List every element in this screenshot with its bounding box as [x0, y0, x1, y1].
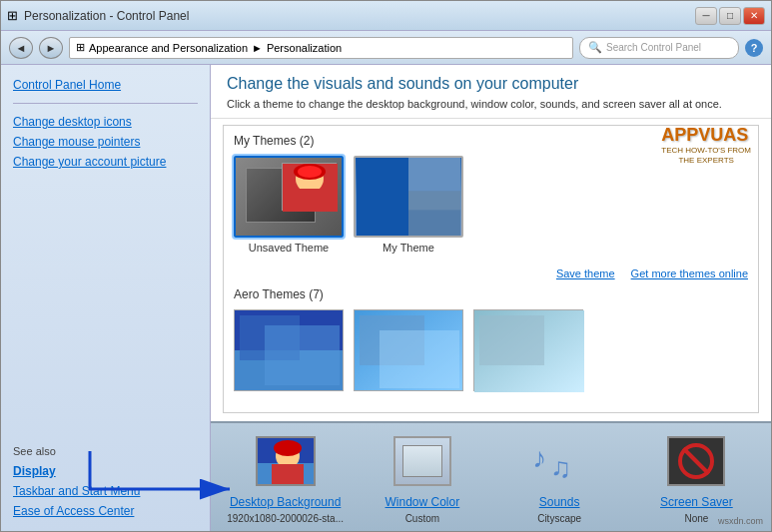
window-color-icon-container: [392, 431, 452, 491]
svg-point-4: [298, 166, 322, 178]
unsaved-img: [282, 163, 337, 211]
theme-item-unsaved[interactable]: Unsaved Theme: [234, 156, 344, 254]
themes-scroll[interactable]: My Themes (2): [224, 126, 758, 412]
title-bar-controls: ─ □ ✕: [695, 7, 765, 25]
help-button[interactable]: ?: [745, 39, 763, 57]
title-bar: ⊞ Personalization - Control Panel ─ □ ✕: [1, 1, 771, 31]
search-placeholder: Search Control Panel: [606, 42, 701, 53]
window-color-icon: [393, 436, 451, 486]
screen-saver-sublabel: None: [684, 513, 708, 524]
svg-rect-16: [479, 315, 544, 365]
minimize-button[interactable]: ─: [695, 7, 717, 25]
sidebar-item-change-account-picture[interactable]: Change your account picture: [13, 152, 198, 172]
screen-saver-label[interactable]: Screen Saver: [660, 495, 733, 509]
bottom-item-screen-saver[interactable]: Screen Saver None: [638, 431, 755, 524]
main-content: Control Panel Home Change desktop icons …: [1, 65, 771, 531]
svg-rect-11: [265, 325, 340, 385]
desktop-bg-sublabel: 1920x1080-2000026-sta...: [227, 513, 344, 524]
sidebar-item-taskbar[interactable]: Taskbar and Start Menu: [13, 481, 198, 501]
bottom-item-desktop-bg[interactable]: Desktop Background 1920x1080-2000026-sta…: [227, 431, 344, 524]
aero-theme-2[interactable]: [354, 309, 463, 391]
close-button[interactable]: ✕: [743, 7, 765, 25]
my-theme-bg: [356, 158, 461, 236]
svg-rect-20: [272, 464, 304, 486]
aero-themes-title: Aero Themes (7): [234, 287, 748, 301]
desktop-bg-label[interactable]: Desktop Background: [230, 495, 341, 509]
breadcrumb-part2: Personalization: [267, 42, 342, 54]
sidebar-divider-1: [13, 103, 198, 104]
bottom-item-sounds[interactable]: ♪ ♫ Sounds Cityscape: [501, 431, 618, 524]
sidebar-item-ease-of-access[interactable]: Ease of Access Center: [13, 501, 198, 521]
forward-button[interactable]: ►: [39, 37, 63, 59]
sidebar-item-change-desktop-icons[interactable]: Change desktop icons: [13, 112, 198, 132]
themes-container: My Themes (2): [223, 125, 759, 413]
svg-rect-2: [293, 189, 328, 212]
window-color-inner: [402, 445, 442, 477]
unsaved-bg: [236, 158, 342, 236]
sounds-icon-container: ♪ ♫: [529, 431, 589, 491]
save-links: Save theme Get more themes online: [234, 264, 748, 287]
save-theme-link[interactable]: Save theme: [556, 267, 615, 279]
page-title: Change the visuals and sounds on your co…: [227, 75, 755, 93]
search-icon: 🔍: [588, 41, 602, 54]
content-description: Click a theme to change the desktop back…: [227, 97, 755, 112]
theme-preview-my-theme[interactable]: [354, 156, 463, 238]
sidebar-item-control-panel-home[interactable]: Control Panel Home: [13, 75, 198, 95]
window-color-label[interactable]: Window Color: [386, 495, 460, 509]
svg-point-21: [274, 440, 302, 456]
back-button[interactable]: ◄: [9, 37, 33, 59]
window-color-sublabel: Custom: [405, 513, 439, 524]
see-also-title: See also: [13, 445, 198, 457]
content-area: APPVUAS TECH HOW-TO'S FROMTHE EXPERTS Ch…: [211, 65, 771, 531]
address-bar: ◄ ► ⊞ Appearance and Personalization ► P…: [1, 31, 771, 65]
aero-theme-1[interactable]: [234, 309, 344, 391]
breadcrumb-arrow: ►: [252, 42, 263, 54]
get-more-themes-link[interactable]: Get more themes online: [631, 267, 748, 279]
sounds-icon: ♪ ♫: [529, 435, 589, 487]
sounds-label[interactable]: Sounds: [539, 495, 580, 509]
window-title: Personalization - Control Panel: [24, 9, 189, 23]
no-sign-icon: [678, 443, 714, 479]
aero-theme-3[interactable]: [473, 309, 583, 391]
theme-item-my-theme[interactable]: My Theme: [354, 156, 463, 254]
breadcrumb[interactable]: ⊞ Appearance and Personalization ► Perso…: [69, 37, 573, 59]
theme-name-my-theme: My Theme: [383, 242, 434, 254]
theme-preview-unsaved[interactable]: [234, 156, 344, 238]
desktop-bg-icon-container: [256, 431, 316, 491]
breadcrumb-icon: ⊞: [76, 41, 85, 54]
my-themes-title: My Themes (2): [234, 134, 748, 148]
aero-themes-grid: [234, 309, 748, 391]
sounds-sublabel: Cityscape: [537, 513, 581, 524]
svg-text:♪: ♪: [532, 442, 546, 473]
bottom-item-window-color[interactable]: Window Color Custom: [364, 431, 480, 524]
content-wrapper: My Themes (2): [211, 119, 771, 421]
sidebar: Control Panel Home Change desktop icons …: [1, 65, 211, 531]
desktop-bg-icon: [256, 436, 316, 486]
screen-saver-icon: [667, 436, 725, 486]
title-bar-left: ⊞ Personalization - Control Panel: [7, 8, 189, 23]
search-bar[interactable]: 🔍 Search Control Panel: [579, 37, 739, 59]
main-window: ⊞ Personalization - Control Panel ─ □ ✕ …: [0, 0, 772, 532]
sidebar-item-display[interactable]: Display: [13, 461, 198, 481]
sidebar-item-change-mouse-pointers[interactable]: Change mouse pointers: [13, 132, 198, 152]
bottom-bar: Desktop Background 1920x1080-2000026-sta…: [211, 421, 771, 531]
breadcrumb-part1: Appearance and Personalization: [89, 42, 248, 54]
my-themes-grid: Unsaved Theme: [234, 156, 748, 254]
theme-name-unsaved: Unsaved Theme: [249, 242, 330, 254]
screen-saver-icon-container: [666, 431, 726, 491]
svg-rect-7: [408, 192, 460, 237]
svg-rect-14: [380, 330, 459, 388]
svg-text:♫: ♫: [550, 452, 571, 483]
content-header: Change the visuals and sounds on your co…: [211, 65, 771, 119]
restore-button[interactable]: □: [719, 7, 741, 25]
